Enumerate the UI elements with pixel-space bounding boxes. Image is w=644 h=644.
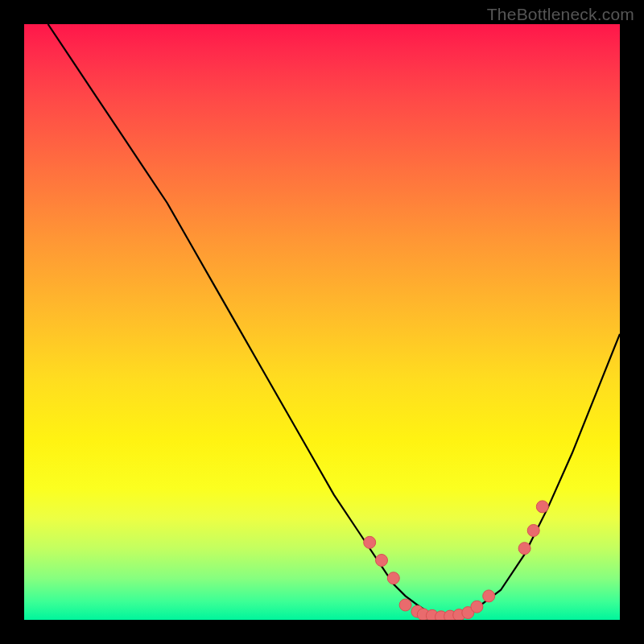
chart-container: TheBottleneck.com (0, 0, 644, 644)
data-point (536, 501, 548, 513)
data-point (483, 590, 495, 602)
data-point (399, 599, 411, 611)
data-point (387, 572, 399, 584)
data-point (471, 601, 483, 613)
watermark-text: TheBottleneck.com (487, 5, 634, 24)
chart-svg (24, 24, 620, 620)
data-point (527, 525, 539, 537)
plot-area (24, 24, 620, 620)
data-point (376, 555, 388, 567)
data-point (364, 536, 376, 548)
data-point (518, 543, 530, 555)
